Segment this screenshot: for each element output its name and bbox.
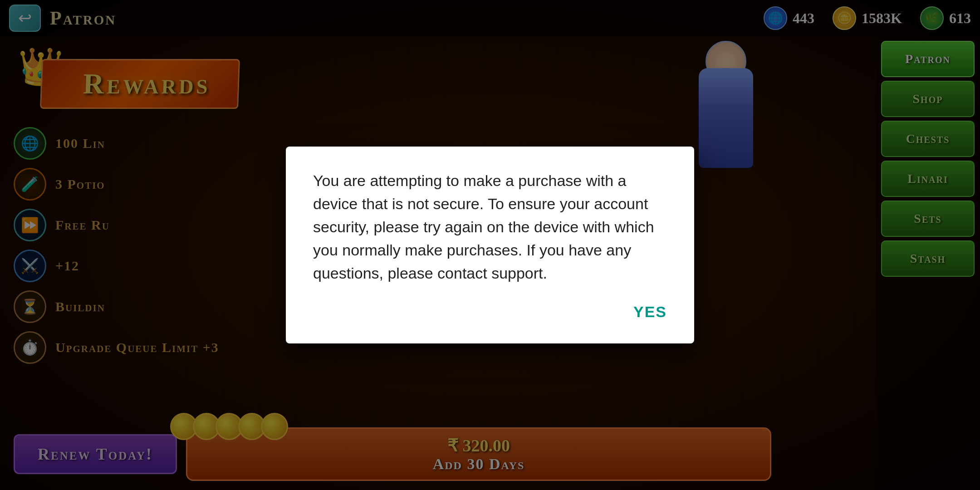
modal-yes-button[interactable]: YES	[633, 303, 667, 321]
modal-message: You are attempting to make a purchase wi…	[313, 169, 667, 285]
modal-actions: YES	[313, 303, 667, 321]
modal-overlay: You are attempting to make a purchase wi…	[0, 0, 980, 490]
modal-dialog: You are attempting to make a purchase wi…	[286, 147, 694, 343]
